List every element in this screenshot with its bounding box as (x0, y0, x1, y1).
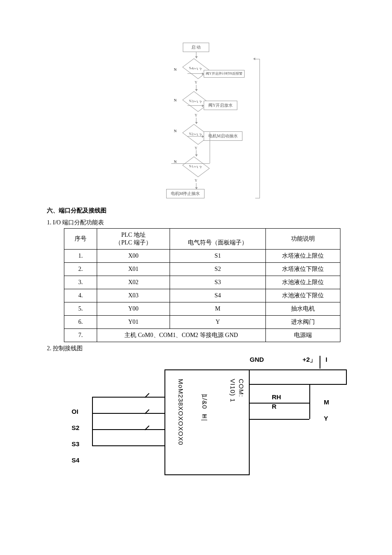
table-header-row: 序号 PLC 地址 （PLC 端子） 电气符号（面板端子） 功能说明 (64, 229, 340, 250)
fc-n-1: N (174, 67, 177, 72)
cell-seq: 2. (64, 263, 97, 276)
lbl-plus2: +2」 (303, 356, 316, 364)
cell-sym: Y (170, 316, 266, 329)
table-row-7: 7. 主机 CoM0、COM1、COM2 等接电源 GND 电源端 (64, 329, 340, 342)
cell-seq: 7. (64, 329, 97, 342)
lbl-r: R (272, 403, 277, 410)
cell-func: 水塔液位上限位 (266, 250, 340, 263)
cell-func: 水池液位上限位 (266, 276, 340, 289)
fc-start-label: 启 动 (191, 45, 201, 49)
lbl-m: M (324, 398, 329, 406)
table-row: 1. X00 S1 水塔液位上限位 (64, 250, 340, 263)
fc-action-2: 阀Y开启放水 (204, 101, 237, 110)
page-root: 启 动 S4=1？ N 阀Y开启并计时9S后报警 Y S3=1？ N 阀Y开启放… (0, 0, 392, 505)
fc-decision-4: S1=1？ (182, 157, 210, 177)
fc-action-1: 阀Y开启并计时9S后报警 (204, 70, 245, 78)
lbl-gnd: GND (250, 356, 264, 363)
plc-box: MoM238XOXOXOX0 一 1/&0 二 H VI10) 1 COM: (164, 369, 250, 475)
left-bus (92, 397, 93, 445)
plc-text-3: VI10) 1 (229, 379, 236, 402)
cell-plc: X00 (97, 250, 170, 263)
io-table: 序号 PLC 地址 （PLC 端子） 电气符号（面板端子） 功能说明 1. X0… (64, 228, 340, 342)
section-heading: 六、端口分配及接线图 (47, 207, 345, 215)
cell-plc: X01 (97, 263, 170, 276)
cell-merged: 主机 CoM0、COM1、COM2 等接电源 GND (97, 329, 266, 342)
flowchart: 启 动 S4=1？ N 阀Y开启并计时9S后报警 Y S3=1？ N 阀Y开启放… (136, 43, 256, 198)
sub-heading-1: 1. I/O 端口分配功能表 (47, 219, 345, 227)
lbl-s3: S3 (72, 440, 79, 447)
lbl-y: Y (324, 415, 328, 422)
plc-text-4: COM: (238, 379, 245, 397)
cell-func: 抽水电机 (266, 302, 340, 316)
cell-plc: X02 (97, 276, 170, 289)
cell-plc: X03 (97, 289, 170, 302)
th-plc: PLC 地址 （PLC 端子） (97, 229, 170, 250)
fc-n-2: N (174, 98, 177, 103)
vline-top (320, 356, 320, 369)
cell-plc: Y01 (97, 316, 170, 329)
lbl-i: I (326, 356, 327, 363)
table-row: 5. Y00 M 抽水电机 (64, 302, 340, 316)
fc-n-3: N (174, 129, 177, 134)
cell-sym: S3 (170, 276, 266, 289)
th-sym: 电气符号（面板端子） (170, 229, 266, 250)
cell-func: 进水阀门 (266, 316, 340, 329)
cell-seq: 5. (64, 302, 97, 316)
wire-out-rh (250, 403, 309, 404)
th-func: 功能说明 (266, 229, 340, 250)
sub-heading-2: 2. 控制接线图 (47, 345, 345, 352)
wire-in-1 (92, 413, 164, 414)
cell-sym: S2 (170, 263, 266, 276)
wire-in-2 (92, 429, 164, 430)
fc-y-2: Y (195, 113, 198, 118)
cell-func: 水塔液位下限位 (266, 263, 340, 276)
lbl-s2: S2 (72, 424, 79, 431)
wire-out-y (250, 419, 309, 420)
wiring-diagram: GND +2」 I MoM238XOXOXOX0 一 1/&0 二 H VI10… (64, 356, 354, 479)
lbl-s4: S4 (72, 456, 79, 464)
lbl-oi: OI (72, 408, 78, 415)
conn-plc-psu (249, 385, 250, 387)
plc-text-1: MoM238XOXOXOX0 (177, 379, 184, 445)
cell-seq: 1. (64, 250, 97, 263)
table-row: 2. X01 S2 水塔液位下限位 (64, 263, 340, 276)
cell-plc: Y00 (97, 302, 170, 316)
lbl-rh: RH (272, 393, 281, 401)
fc-start-box: 启 动 (183, 43, 209, 52)
fc-end-box: 电机M停止抽水 (166, 189, 205, 198)
right-bus (309, 385, 310, 419)
fc-y-3: Y (195, 146, 198, 151)
psu-box (249, 369, 347, 385)
cell-func: 电源端 (266, 329, 340, 342)
wire-in-0 (92, 397, 164, 398)
cell-seq: 3. (64, 276, 97, 289)
cell-seq: 6. (64, 316, 97, 329)
cell-func: 水池液位下限位 (266, 289, 340, 302)
wire-in-3 (92, 445, 164, 446)
fc-y-1: Y (195, 80, 198, 85)
cell-sym: M (170, 302, 266, 316)
cell-sym: S4 (170, 289, 266, 302)
plc-text-2: 一 1/&0 二 H (200, 392, 208, 419)
table-row: 6. Y01 Y 进水阀门 (64, 316, 340, 329)
fc-y-4: Y (195, 178, 198, 183)
cell-seq: 4. (64, 289, 97, 302)
table-row: 4. X03 S4 水池液位下限位 (64, 289, 340, 302)
th-seq: 序号 (64, 229, 97, 250)
cell-sym: S1 (170, 250, 266, 263)
table-row: 3. X02 S3 水池液位上限位 (64, 276, 340, 289)
